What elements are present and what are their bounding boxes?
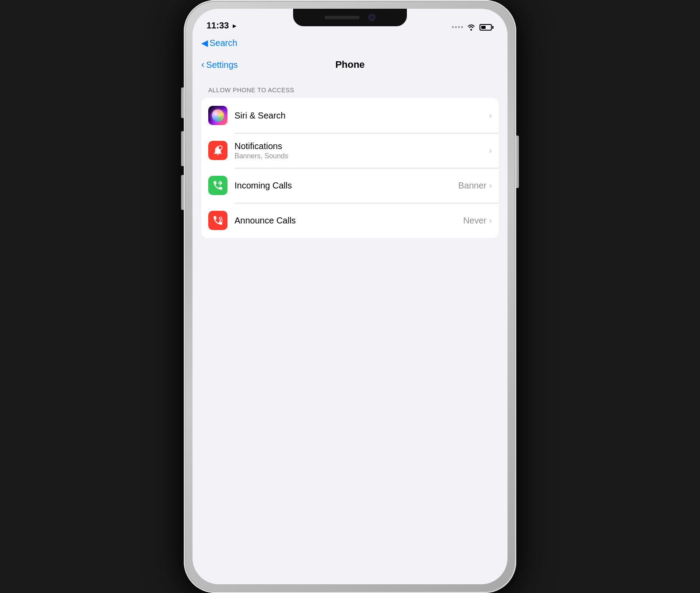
bell-icon (212, 145, 224, 156)
notch (293, 9, 407, 26)
incoming-calls-value: Banner (458, 181, 487, 191)
volume-up-button[interactable] (181, 131, 184, 166)
notifications-chevron: › (489, 146, 492, 155)
announce-calls-right: Never › (463, 216, 492, 226)
incoming-calls-chevron: › (489, 181, 492, 190)
incoming-calls-title: Incoming Calls (234, 181, 458, 191)
back-arrow-icon: ◀ (201, 38, 208, 48)
signal-icon (452, 26, 463, 28)
svg-point-0 (470, 29, 472, 31)
phone-announce-icon (212, 215, 224, 226)
wifi-icon (466, 24, 476, 31)
status-time: 11:33 ► (206, 21, 238, 31)
settings-group: Siri & Search › Notificati (201, 98, 499, 238)
siri-icon (208, 106, 228, 125)
siri-orb (212, 109, 224, 122)
siri-right: › (489, 111, 492, 120)
speaker (325, 16, 360, 19)
camera (368, 14, 375, 21)
settings-section: ALLOW PHONE TO ACCESS Siri & Search › (192, 87, 508, 584)
incoming-calls-right: Banner › (458, 181, 492, 191)
nav-header: ‹ Settings Phone (192, 52, 508, 77)
phone-incoming-icon (212, 180, 224, 191)
search-back-button[interactable]: ◀ Search (201, 38, 237, 48)
siri-search-row[interactable]: Siri & Search › (201, 98, 499, 133)
announce-calls-icon (208, 211, 228, 230)
announce-calls-chevron: › (489, 216, 492, 225)
incoming-calls-icon (208, 176, 228, 195)
incoming-calls-row[interactable]: Incoming Calls Banner › (201, 168, 499, 203)
settings-back-chevron: ‹ (201, 59, 204, 70)
page-title: Phone (335, 59, 364, 70)
svg-point-1 (218, 146, 222, 150)
notifications-content: Notifications Banners, Sounds (234, 141, 489, 160)
notifications-right: › (489, 146, 492, 155)
incoming-calls-content: Incoming Calls (234, 181, 458, 191)
phone-frame: 11:33 ► (184, 0, 516, 593)
battery-icon (480, 24, 494, 31)
phone-screen: 11:33 ► (192, 9, 508, 584)
announce-calls-title: Announce Calls (234, 216, 463, 226)
back-search-row: ◀ Search (192, 33, 508, 52)
location-icon: ► (231, 22, 238, 29)
announce-calls-value: Never (463, 216, 486, 226)
settings-back-label: Settings (206, 60, 238, 70)
notifications-row[interactable]: Notifications Banners, Sounds › (201, 133, 499, 168)
status-icons (452, 24, 494, 31)
announce-calls-content: Announce Calls (234, 216, 463, 226)
siri-chevron: › (489, 111, 492, 120)
notifications-title: Notifications (234, 141, 489, 151)
section-label: ALLOW PHONE TO ACCESS (201, 87, 499, 94)
power-button[interactable] (516, 136, 519, 188)
volume-down-button[interactable] (181, 175, 184, 210)
siri-content: Siri & Search (234, 111, 489, 121)
announce-calls-row[interactable]: Announce Calls Never › (201, 203, 499, 238)
notifications-icon (208, 141, 228, 160)
notifications-subtitle: Banners, Sounds (234, 152, 489, 160)
settings-back-button[interactable]: ‹ Settings (201, 59, 238, 70)
siri-title: Siri & Search (234, 111, 489, 121)
